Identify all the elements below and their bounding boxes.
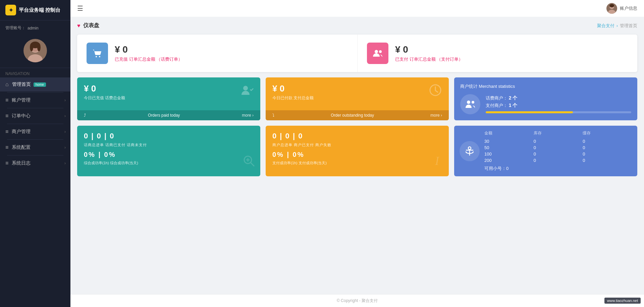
nav-divider-1 [7, 92, 63, 93]
merchant-icon [460, 94, 480, 114]
heart-icon: ♥ [77, 23, 80, 29]
svg-point-15 [467, 101, 470, 104]
row1-cache: 0 [583, 145, 632, 150]
sidebar-item-sysconfig-label: 系统配置 [12, 144, 31, 150]
footer-down-icon: ⤵ [272, 113, 274, 118]
sidebar: ✦ 平台业务端 控制台 管理账号： admin Navigation ⌂ 管理首… [0, 0, 70, 307]
stat2-card-talk: 0 | 0 | 0 话商总进单 话商已支付 话商未支付 0% | 0% 综合成功… [77, 126, 260, 176]
talk-count: 2 个 [509, 95, 518, 101]
recharge-label-plain: 已充值 订单汇总金额 [115, 57, 155, 62]
sidebar-item-merchant[interactable]: ≡ 商户管理 › [0, 125, 70, 139]
search-plus-icon [243, 155, 255, 170]
admin-label: 管理账号： [5, 25, 25, 31]
list-icon-5: ≡ [5, 160, 8, 166]
avatar [23, 39, 47, 62]
nav-divider-3 [7, 124, 63, 124]
admin-name: admin [28, 26, 39, 30]
row3-cache: 0 [583, 158, 632, 163]
page-title: ♥ 仪表盘 [77, 22, 99, 29]
stat-recharge-amount: ¥ 0 [84, 83, 125, 94]
stat2-pay-labels: 商户总进单 商户已支付 商户失败 [272, 142, 442, 147]
svg-point-4 [30, 43, 33, 51]
pay-merchant-line: 支付商户： 1 个 [486, 103, 631, 109]
topbar-left: ☰ [77, 4, 83, 12]
content-area: ♥ 仪表盘 聚合支付 › 管理首页 ¥ 0 [70, 17, 644, 294]
sidebar-item-syslog[interactable]: ≡ 系统日志 › [0, 156, 70, 170]
sidebar-item-orders[interactable]: ≡ 订单中心 › [0, 109, 70, 123]
arrow-icon-3: › [64, 129, 66, 134]
svg-point-22 [468, 147, 471, 149]
sidebar-item-account[interactable]: ≡ 账户管理 › [0, 93, 70, 107]
home-icon: ⌂ [5, 81, 9, 87]
logo-icon: ✦ [5, 5, 16, 15]
stat2-talk-numbers: 0 | 0 | 0 [84, 132, 254, 140]
breadcrumb-parent[interactable]: 聚合支付 [597, 23, 614, 29]
sidebar-item-syslog-label: 系统日志 [12, 160, 31, 166]
svg-point-11 [375, 50, 378, 53]
sidebar-item-account-label: 账户管理 [12, 97, 31, 103]
sidebar-header: ✦ 平台业务端 控制台 [0, 0, 70, 20]
stat2-pay-numbers: 0 | 0 | 0 [272, 132, 442, 140]
row2-cache: 0 [583, 151, 632, 157]
stat2-talk-rates: 0% | 0% [84, 151, 254, 159]
page-header: ♥ 仪表盘 聚合支付 › 管理首页 [77, 22, 637, 29]
footer-orders-text: Orders paid today [148, 113, 180, 118]
recharge-label: 已充值 订单汇总金额 （话费订单） [115, 56, 182, 62]
footer-trend-icon: ⤴ [84, 113, 86, 118]
stat-card-paid-info: ¥ 0 今日已付款 支付总金额 [272, 83, 314, 101]
svg-line-18 [251, 163, 254, 166]
nav-divider-5 [7, 155, 63, 156]
breadcrumb-current: 管理首页 [620, 23, 637, 29]
svg-point-8 [609, 4, 614, 7]
paid-label-highlight: （支付订单） [437, 57, 463, 62]
stat-card-recharge-footer: ⤴ Orders paid today more › [77, 110, 260, 120]
talk-label: 话费商户： [486, 96, 507, 101]
clock-icon [429, 83, 442, 100]
sidebar-item-home[interactable]: ⌂ 管理首页 home [0, 77, 70, 91]
list-icon-2: ≡ [5, 113, 8, 119]
topbar-avatar [606, 3, 617, 14]
stat2-pay-rate-labels: 支付成功率(1h) 支付成功率(当天) [272, 161, 442, 166]
stat-recharge-label: 今日已充值 话费总金额 [84, 95, 125, 101]
stat2-talk-labels: 话商总进单 话商已支付 话商未支付 [84, 142, 254, 147]
stat-card-recharge-body: ¥ 0 今日已充值 话费总金额 [77, 77, 260, 110]
talk-merchant-line: 话费商户： 2 个 [486, 95, 631, 101]
watermark: www.tiaozhuan.net [604, 298, 641, 304]
col-stock: 库存 [534, 130, 583, 136]
svg-point-1 [28, 54, 43, 62]
footer-outstanding-text: Order outstanding today [331, 113, 374, 118]
svg-point-9 [96, 56, 97, 57]
number-card: 金额 库存 缓存 30 0 0 50 0 0 100 [454, 126, 637, 176]
topbar-right[interactable]: 账户信息 [606, 3, 637, 14]
sidebar-item-sysconfig[interactable]: ≡ 系统配置 › [0, 140, 70, 155]
svg-point-12 [379, 50, 382, 53]
avatar-svg [23, 39, 47, 62]
pay-label: 支付商户： [486, 103, 507, 108]
nav-divider-4 [7, 139, 63, 140]
cart-icon [91, 47, 103, 59]
hamburger-button[interactable]: ☰ [77, 4, 83, 12]
nav-divider-2 [7, 108, 63, 108]
pay-count: 1 个 [509, 103, 518, 108]
avatar-area [0, 36, 70, 68]
stat2-card-pay: 0 | 0 | 0 商户总进单 商户已支付 商户失败 0% | 0% 支付成功率… [266, 126, 449, 176]
table-row-2: 100 0 0 [484, 151, 632, 157]
row0-amount: 30 [484, 139, 534, 144]
table-row-1: 50 0 0 [484, 144, 632, 151]
stat2-pay-body: 0 | 0 | 0 商户总进单 商户已支付 商户失败 0% | 0% 支付成功率… [266, 126, 449, 172]
person-check-icon [240, 83, 254, 100]
paid-amount: ¥ 0 [395, 44, 463, 55]
col-amount: 金额 [484, 130, 534, 136]
list-icon-4: ≡ [5, 144, 8, 150]
row2-stock: 0 [534, 151, 583, 157]
arrow-icon-1: › [64, 98, 66, 103]
more-button-2[interactable]: more › [430, 113, 442, 118]
account-info-label: 账户信息 [620, 5, 637, 11]
svg-point-10 [99, 56, 100, 57]
users-icon [372, 47, 384, 59]
more-button-1[interactable]: more › [242, 113, 254, 118]
sidebar-item-home-label: 管理首页 [12, 81, 31, 87]
stat-card-recharge-info: ¥ 0 今日已充值 话费总金额 [84, 83, 125, 101]
recharge-icon [87, 43, 108, 64]
stat-card-recharge-today: ¥ 0 今日已充值 话费总金额 ⤴ Orders paid today [77, 77, 260, 120]
